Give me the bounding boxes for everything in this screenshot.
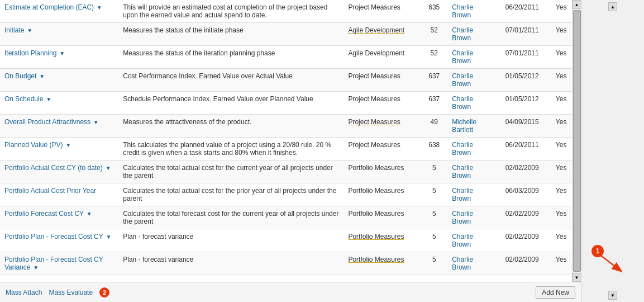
active-cell: Yes: [551, 138, 572, 161]
right-panel: ▲ 1 ▼: [581, 0, 644, 302]
right-scroll-up[interactable]: ▲: [608, 2, 617, 11]
active-cell: Yes: [551, 206, 572, 229]
table-row: Portfolio Forecast Cost CY ▼Calculates t…: [0, 206, 572, 229]
author-link[interactable]: CharlieBrown: [452, 256, 473, 271]
name-cell: Initiate ▼: [0, 23, 118, 46]
name-link[interactable]: On Budget: [4, 72, 36, 80]
dropdown-arrow-icon[interactable]: ▼: [92, 119, 99, 125]
page-wrapper: Estimate at Completion (EAC) ▼This will …: [0, 0, 644, 302]
name-link[interactable]: Portfolio Actual Cost Prior Year: [4, 187, 96, 195]
dropdown-arrow-icon[interactable]: ▼: [44, 96, 51, 102]
dropdown-arrow-icon[interactable]: ▼: [64, 142, 71, 148]
name-link[interactable]: Portfolio Actual Cost CY (to date): [4, 164, 103, 172]
table-row: Overall Product Attractivness ▼Measures …: [0, 115, 572, 138]
name-cell: On Budget ▼: [0, 69, 118, 92]
description-cell: Plan - forecast variance: [118, 252, 344, 275]
table-row: Portfolio Actual Cost Prior YearCalculat…: [0, 183, 572, 206]
author-cell[interactable]: CharlieBrown: [447, 23, 501, 46]
category-label: Portfolio Measures: [348, 164, 404, 172]
scroll-up-btn[interactable]: ▲: [573, 0, 581, 9]
name-link[interactable]: Estimate at Completion (EAC): [4, 3, 94, 11]
number-cell: 5: [421, 206, 447, 229]
category-cell: Portfolio Measures: [344, 206, 421, 229]
active-cell: Yes: [551, 23, 572, 46]
author-link[interactable]: CharlieBrown: [452, 95, 473, 111]
category-cell: Portfolio Measures: [344, 252, 421, 275]
dropdown-arrow-icon[interactable]: ▼: [37, 73, 45, 79]
table-row: Initiate ▼Measures the status of the ini…: [0, 23, 572, 46]
name-cell: Portfolio Forecast Cost CY ▼: [0, 206, 118, 229]
name-link[interactable]: On Schedule: [4, 95, 43, 103]
name-link[interactable]: Portfolio Forecast Cost CY: [4, 210, 84, 218]
mass-evaluate-link[interactable]: Mass Evaluate: [49, 289, 93, 296]
category-label: Portfolio Measures: [348, 256, 404, 263]
author-link[interactable]: CharlieBrown: [452, 164, 473, 180]
category-cell: Agile Development: [344, 23, 421, 46]
name-cell: Overall Product Attractivness ▼: [0, 115, 118, 138]
number-cell: 638: [421, 138, 447, 161]
vertical-scrollbar[interactable]: ▲ ▼: [572, 0, 581, 282]
author-link[interactable]: CharlieBrown: [452, 210, 473, 225]
date-cell: 07/01/2011: [501, 23, 551, 46]
author-link[interactable]: CharlieBrown: [452, 141, 473, 157]
category-cell: Project Measures: [344, 115, 421, 138]
name-link[interactable]: Planned Value (PV): [4, 141, 63, 149]
dropdown-arrow-icon[interactable]: ▼: [85, 211, 92, 217]
name-link[interactable]: Portfolio Plan - Forecast Cost CY Varian…: [4, 256, 103, 271]
dropdown-arrow-icon[interactable]: ▼: [58, 50, 65, 56]
dropdown-arrow-icon[interactable]: ▼: [95, 4, 102, 11]
name-cell: Iteration Planning ▼: [0, 46, 118, 69]
active-cell: Yes: [551, 252, 572, 275]
author-link[interactable]: CharlieBrown: [452, 3, 473, 19]
category-cell: Agile Development: [344, 46, 421, 69]
author-cell[interactable]: CharlieBrown: [447, 0, 501, 23]
author-link[interactable]: CharlieBrown: [452, 49, 473, 65]
category-label: Project Measures: [348, 95, 400, 103]
mass-attach-link[interactable]: Mass Attach: [6, 289, 42, 296]
badge-number: 2: [99, 287, 109, 298]
dropdown-arrow-icon[interactable]: ▼: [104, 165, 111, 171]
author-link[interactable]: CharlieBrown: [452, 233, 473, 248]
author-cell[interactable]: CharlieBrown: [447, 138, 501, 161]
description-cell: Schedule Performance Index. Earned Value…: [118, 92, 344, 115]
date-cell: 01/05/2012: [501, 92, 551, 115]
author-cell[interactable]: CharlieBrown: [447, 229, 501, 252]
scroll-thumb[interactable]: [573, 10, 581, 272]
author-cell[interactable]: MichelleBartlett: [447, 115, 501, 138]
author-link[interactable]: CharlieBrown: [452, 72, 473, 88]
description-cell: Measures the attractiveness of the produ…: [118, 115, 344, 138]
table-row: Planned Value (PV) ▼This calculates the …: [0, 138, 572, 161]
name-link[interactable]: Overall Product Attractivness: [4, 118, 90, 126]
name-cell: Portfolio Actual Cost Prior Year: [0, 183, 118, 206]
author-cell[interactable]: CharlieBrown: [447, 92, 501, 115]
number-cell: 52: [421, 46, 447, 69]
author-cell[interactable]: CharlieBrown: [447, 69, 501, 92]
author-link[interactable]: CharlieBrown: [452, 26, 473, 42]
dropdown-arrow-icon[interactable]: ▼: [104, 234, 112, 240]
author-link[interactable]: CharlieBrown: [452, 187, 473, 202]
scroll-down-btn[interactable]: ▼: [573, 273, 581, 282]
description-cell: Calculates the total actual cost for the…: [118, 183, 344, 206]
author-cell[interactable]: CharlieBrown: [447, 206, 501, 229]
name-link[interactable]: Portfolio Plan - Forecast Cost CY: [4, 233, 103, 240]
add-new-button[interactable]: Add New: [536, 286, 575, 299]
author-cell[interactable]: CharlieBrown: [447, 161, 501, 183]
svg-line-0: [601, 256, 621, 271]
footer-bar: Mass Attach Mass Evaluate 2 Add New: [0, 282, 581, 302]
date-cell: 06/20/2011: [501, 0, 551, 23]
dropdown-arrow-icon[interactable]: ▼: [31, 265, 39, 271]
annotation-arrow: [598, 253, 626, 277]
description-cell: Cost Performance Index. Earned Value ove…: [118, 69, 344, 92]
name-link[interactable]: Iteration Planning: [4, 49, 56, 57]
category-label: Portfolio Measures: [348, 233, 404, 240]
dropdown-arrow-icon[interactable]: ▼: [25, 27, 32, 34]
author-cell[interactable]: CharlieBrown: [447, 46, 501, 69]
name-link[interactable]: Initiate: [4, 26, 24, 34]
footer-right: Add New: [536, 286, 575, 299]
description-cell: Plan - forecast variance: [118, 229, 344, 252]
right-scroll-down[interactable]: ▼: [608, 291, 617, 300]
author-cell[interactable]: CharlieBrown: [447, 252, 501, 275]
description-cell: This calculates the planned value of a p…: [118, 138, 344, 161]
author-cell[interactable]: CharlieBrown: [447, 183, 501, 206]
author-link[interactable]: MichelleBartlett: [452, 118, 476, 134]
